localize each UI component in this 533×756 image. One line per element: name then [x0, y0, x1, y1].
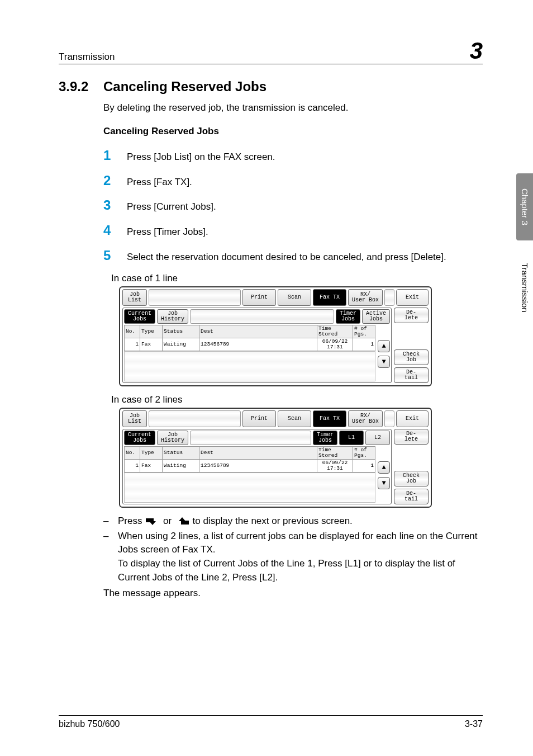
tab-timer-jobs[interactable]: Timer Jobs	[336, 309, 360, 324]
step-number: 2	[103, 173, 127, 188]
header-right: 3	[470, 39, 483, 63]
table-row[interactable]: 1 Fax Waiting 123456789 06/09/22 17:31 1	[125, 338, 375, 351]
footer-left: bizhub 750/600	[59, 719, 120, 729]
check-job-button[interactable]: Check Job	[394, 349, 429, 365]
tab-current-jobs[interactable]: Current Jobs	[124, 309, 155, 324]
cell-no: 1	[125, 460, 140, 472]
cell-dest: 123456789	[199, 460, 317, 472]
col-no: No.	[125, 447, 140, 460]
col-status: Status	[163, 447, 199, 460]
col-time-stored: Time Stored	[317, 447, 353, 460]
step-text: Select the reservation document desired …	[127, 248, 483, 264]
tab-print[interactable]: Print	[242, 410, 276, 427]
tab-scan[interactable]: Scan	[278, 289, 311, 306]
tab-job-history[interactable]: Job History	[157, 431, 188, 445]
col-dest: Dest	[199, 325, 317, 338]
dash: –	[103, 514, 111, 528]
tab-spacer	[190, 431, 311, 445]
delete-button[interactable]: De- lete	[394, 429, 429, 445]
step-4: 4 Press [Timer Jobs].	[103, 223, 483, 239]
tab-rx-userbox[interactable]: RX/ User Box	[348, 410, 383, 427]
empty-rows	[124, 472, 375, 503]
tab-rx-userbox[interactable]: RX/ User Box	[348, 289, 383, 306]
empty-rows	[124, 351, 375, 381]
note-2: When using 2 lines, a list of current jo…	[118, 530, 483, 585]
note-1b: or	[163, 516, 174, 526]
cell-dest: 123456789	[199, 338, 317, 351]
detail-button[interactable]: De- tail	[394, 367, 429, 383]
tab-job-list[interactable]: Job List	[122, 410, 147, 427]
col-status: Status	[163, 325, 199, 338]
cell-type: Fax	[140, 338, 163, 351]
tab-job-history[interactable]: Job History	[157, 309, 188, 324]
step-5: 5 Select the reservation document desire…	[103, 248, 483, 264]
scroll-down-button[interactable]: ▼	[378, 356, 390, 368]
tab-spacer	[384, 410, 394, 427]
step-2: 2 Press [Fax TX].	[103, 173, 483, 190]
tab-timer-jobs[interactable]: Timer Jobs	[313, 431, 337, 445]
fax-screenshot-2lines: Job List Print Scan Fax TX RX/ User Box …	[119, 408, 432, 508]
step-1: 1 Press [Job List] on the FAX screen.	[103, 148, 483, 164]
step-text: Press [Timer Jobs].	[127, 223, 483, 239]
cell-status: Waiting	[163, 460, 199, 472]
step-number: 5	[103, 248, 127, 263]
notes-block: – Press or to display the next or previo…	[103, 514, 483, 601]
step-number: 1	[103, 148, 127, 163]
scroll-up-button[interactable]: ▲	[378, 340, 390, 352]
section-number: 3.9.2	[59, 79, 103, 94]
step-number: 3	[103, 198, 127, 212]
caption-one-line: In case of 1 line	[111, 273, 483, 284]
scroll-down-button[interactable]: ▼	[378, 477, 390, 489]
cell-time: 06/09/22 17:31	[317, 460, 353, 472]
arrow-down-icon	[145, 517, 160, 526]
dash: –	[103, 530, 111, 585]
col-dest: Dest	[199, 447, 317, 460]
arrow-up-icon	[174, 517, 190, 526]
col-num-pages: # of Pgs.	[353, 447, 375, 460]
tab-job-list[interactable]: Job List	[122, 289, 147, 306]
cell-status: Waiting	[163, 338, 199, 351]
cell-pgs: 1	[353, 460, 375, 472]
delete-button[interactable]: De- lete	[394, 308, 429, 323]
cell-no: 1	[125, 338, 140, 351]
tab-fax-tx[interactable]: Fax TX	[313, 289, 346, 306]
tab-active-jobs[interactable]: Active Jobs	[362, 309, 390, 324]
section-title: Canceling Reserved Jobs	[103, 79, 266, 94]
note-1c: to display the next or previous screen.	[193, 516, 353, 526]
lead-paragraph: By deleting the reserved job, the transm…	[103, 102, 483, 114]
page-header: Transmission 3	[59, 39, 483, 64]
note-1: Press or to display the next or previous…	[118, 514, 483, 528]
step-number: 4	[103, 223, 127, 238]
tab-fax-tx[interactable]: Fax TX	[313, 410, 346, 427]
exit-button[interactable]: Exit	[396, 410, 429, 427]
col-type: Type	[140, 447, 163, 460]
job-table: No. Type Status Dest Time Stored # of Pg…	[124, 446, 375, 472]
caption-two-lines: In case of 2 lines	[111, 394, 483, 405]
tab-print[interactable]: Print	[242, 289, 276, 306]
exit-button[interactable]: Exit	[396, 289, 429, 306]
tab-scan[interactable]: Scan	[278, 410, 311, 427]
footer-right: 3-37	[465, 719, 483, 729]
check-job-button[interactable]: Check Job	[394, 471, 429, 486]
tab-spacer	[190, 309, 334, 324]
tab-l2[interactable]: L2	[365, 431, 390, 445]
tab-spacer	[149, 289, 241, 306]
page-footer: bizhub 750/600 3-37	[59, 715, 483, 729]
job-table: No. Type Status Dest Time Stored # of Pg…	[124, 325, 375, 351]
tab-spacer	[149, 410, 241, 427]
scroll-up-button[interactable]: ▲	[378, 461, 390, 474]
tab-l1[interactable]: L1	[339, 431, 364, 445]
fax-screenshot-1line: Job List Print Scan Fax TX RX/ User Box …	[119, 286, 432, 386]
cell-pgs: 1	[353, 338, 375, 351]
step-3: 3 Press [Current Jobs].	[103, 198, 483, 214]
svg-marker-1	[149, 521, 156, 525]
tab-spacer	[384, 289, 394, 306]
note-1a: Press	[118, 516, 145, 526]
section-heading: 3.9.2 Canceling Reserved Jobs	[59, 79, 483, 94]
sub-heading: Canceling Reserved Jobs	[103, 126, 483, 137]
detail-button[interactable]: De- tail	[394, 489, 429, 504]
header-left: Transmission	[59, 51, 115, 63]
col-no: No.	[125, 325, 140, 338]
table-row[interactable]: 1 Fax Waiting 123456789 06/09/22 17:31 1	[125, 460, 375, 472]
tab-current-jobs[interactable]: Current Jobs	[124, 431, 155, 445]
